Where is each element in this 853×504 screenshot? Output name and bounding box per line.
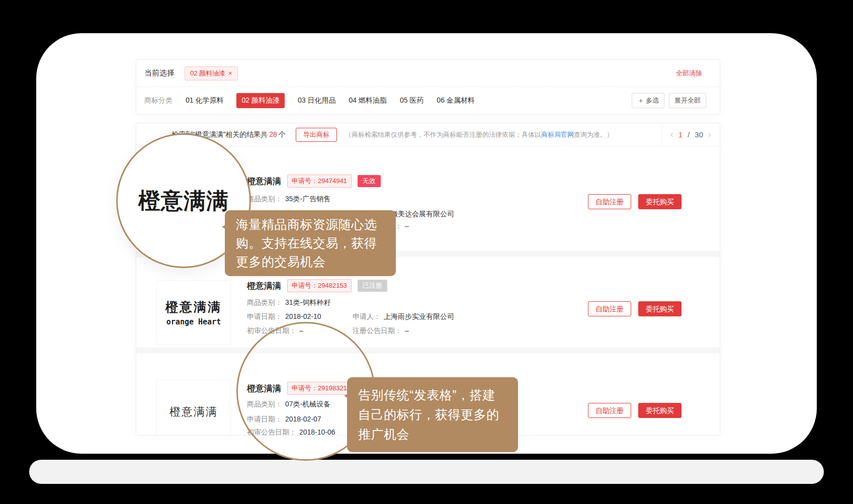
current-selection-label: 当前选择 [144,68,175,78]
trademark-thumbnail[interactable]: 橙意满满 orange Heart [156,280,231,345]
field-value: – [405,326,409,334]
field-value: 35类-广告销售 [285,195,330,203]
tag-close-icon[interactable]: × [228,69,232,77]
category-item-02-selected[interactable]: 02 颜料油漆 [236,93,284,108]
current-selection-bar: 当前选择 02 颜料油漆 × 全部清除 [136,60,720,87]
results-disclaimer: （商标检索结果仅供参考，不作为商标能否注册的法律依据；具体以商标局官网查询为准。… [345,130,613,139]
tooltip-marketplace: 海量精品商标资源随心选 购。支持在线交易，获得 更多的交易机会 [225,210,396,276]
entrust-purchase-button[interactable]: 委托购买 [638,301,681,316]
category-bar: 商标分类 01 化学原料 02 颜料油漆 03 日化用品 04 燃料油脂 05 … [136,87,720,114]
row-3-buttons: 自助注册 委托购买 [588,403,681,418]
row-2-reg-publication: 注册公告日期：– [353,326,409,335]
page-current: 1 [678,130,683,139]
field-label: 申请日期： [247,312,282,320]
clear-all-button[interactable]: 全部清除 [676,69,702,78]
prev-page-icon[interactable]: ‹ [670,129,673,140]
page-total: 30 [695,130,703,139]
status-badge-registered: 已注册 [358,280,387,292]
row-2-category-line: 商品类别：31类-饲料种籽 [247,298,330,307]
next-page-icon[interactable]: › [708,129,711,140]
field-label: 商品类别： [247,298,282,306]
self-register-button[interactable]: 自助注册 [588,403,631,418]
pagination: ‹ 1 / 30 › [662,123,711,146]
app-no-label: 申请号： [292,282,318,289]
field-label: 申请人： [353,312,381,320]
results-header: 检索到“橙意满满”相关的结果共28个 导出商标 （商标检索结果仅供参考，不作为商… [136,123,720,146]
row-1-category-line: 商品类别：35类-广告销售 [247,195,330,204]
trademark-name[interactable]: 橙意满满 [247,176,281,187]
status-badge-invalid: 无效 [358,175,381,187]
self-register-button[interactable]: 自助注册 [588,194,631,209]
row-2-applicant: 申请人：上海雨步实业有限公司 [353,312,454,321]
application-number-tag: 申请号：29482153 [287,279,352,292]
app-no-value: 29474941 [318,177,347,185]
marketing-canvas: 当前选择 02 颜料油漆 × 全部清除 商标分类 01 化学原料 02 颜料油漆… [0,0,853,504]
field-value: – [405,222,409,230]
thumbnail-en-text: orange Heart [166,317,221,326]
self-register-button[interactable]: 自助注册 [588,301,631,316]
thumbnail-cn-text: 橙意满满 [165,299,222,315]
disclaimer-text-post: 查询为准。） [574,131,613,138]
category-item-01[interactable]: 01 化学原料 [186,96,223,105]
magnifier-trademark-text: 橙意满满 [138,186,229,216]
multi-select-button[interactable]: ＋ 多选 [632,93,664,108]
row-2-date-line: 申请日期：2018-02-10 申请人：上海雨步实业有限公司 [247,312,321,321]
category-item-04[interactable]: 04 燃料油脂 [349,96,386,105]
selected-filter-tag-text: 02 颜料油漆 [190,69,225,78]
row-1-title-line: 橙意满满 申请号：29474941 无效 [247,175,381,188]
application-number-tag: 申请号：29474941 [287,175,352,188]
field-label: 注册公告日期： [353,326,402,334]
selected-filter-tag[interactable]: 02 颜料油漆 × [185,66,238,80]
thumbnail-cn-text: 橙意满满 [169,404,218,419]
category-item-05[interactable]: 05 医药 [400,96,423,105]
row-2-title-line: 橙意满满 申请号：29482153 已注册 [247,279,387,292]
category-item-03[interactable]: 03 日化用品 [298,96,335,105]
category-bar-label: 商标分类 [144,96,173,105]
results-summary-suffix: 个 [279,130,286,138]
tooltip-promotion: 告别传统“发表格”，搭建 自己的标行，获得更多的 推广机会 [347,377,518,452]
result-row-2: 橙意满满 orange Heart 橙意满满 申请号：29482153 已注册 … [136,257,720,348]
row-2-buttons: 自助注册 委托购买 [588,301,681,316]
export-trademarks-button[interactable]: 导出商标 [296,128,337,142]
field-value: 上海雨步实业有限公司 [384,312,454,320]
trademark-name[interactable]: 橙意满满 [247,280,281,292]
app-no-label: 申请号： [292,177,318,185]
disclaimer-text-pre: （商标检索结果仅供参考，不作为商标能否注册的法律依据；具体以 [345,131,541,138]
results-count: 28 [269,130,277,138]
page-separator: / [688,130,690,139]
laptop-base [29,460,824,484]
category-item-06[interactable]: 06 金属材料 [437,96,474,105]
entrust-purchase-button[interactable]: 委托购买 [638,403,681,418]
field-value: 31类-饲料种籽 [285,298,330,306]
field-value: 2018-02-10 [285,312,321,320]
trademark-thumbnail[interactable]: 橙意满满 [156,380,231,436]
app-no-value: 29482153 [318,282,347,289]
trademark-office-link[interactable]: 商标局官网 [541,131,574,138]
filter-panel: 当前选择 02 颜料油漆 × 全部清除 商标分类 01 化学原料 02 颜料油漆… [136,59,720,115]
field-label: 商品类别： [247,195,282,203]
row-1-buttons: 自助注册 委托购买 [588,194,681,209]
entrust-purchase-button[interactable]: 委托购买 [638,194,681,209]
expand-all-button[interactable]: 展开全部 [669,93,706,108]
